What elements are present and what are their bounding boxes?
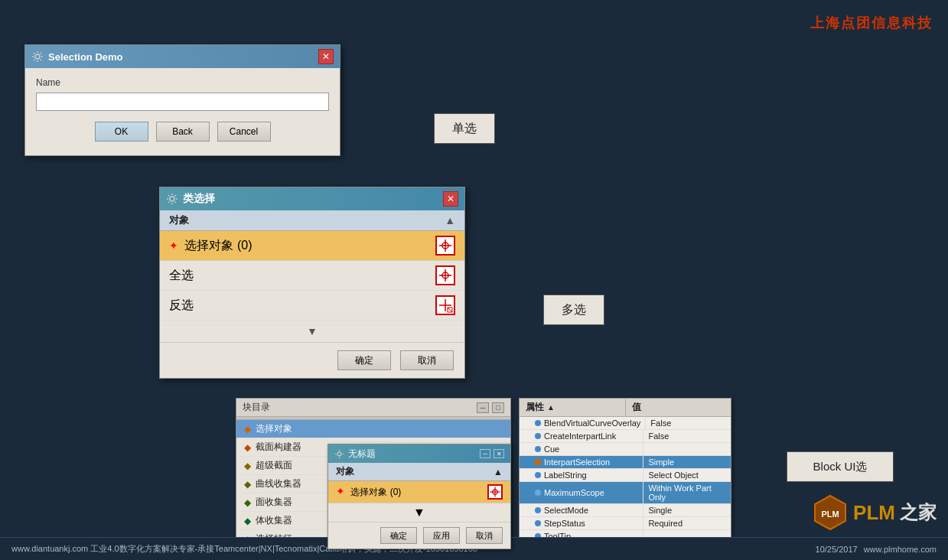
prop-row-4[interactable]: LabelString Select Object [520,469,731,482]
dialog-leixuanze: 类选择 ✕ 对象 ▲ ✦ 选择对象 (0) 全选 [159,187,465,379]
wubiaoti-title-area: 无标题 [334,448,376,461]
chevron-up-icon: ▲ [445,214,455,226]
gear-icon [31,50,44,63]
dialog-titlebar: Selection Demo ✕ [25,45,340,68]
wubiaoti-min-btn[interactable]: ─ [480,449,490,458]
prop-val-2 [643,443,731,455]
prop-dot-1 [535,433,541,439]
wubiaoti-close-btn[interactable]: ✕ [494,449,504,458]
gear-icon-leixuanze [166,193,178,205]
leixuanze-cancel-button[interactable]: 取消 [400,350,454,370]
prop-key-3: InterpartSelection [520,456,643,468]
wt-required-star: ✦ [336,485,345,497]
wt-row-label: ✦ 选择对象 (0) [336,485,401,499]
crosshair-invert-icon [438,298,453,313]
wt-section-header: 对象 ▲ [328,463,510,481]
prop-val-6: Single [643,504,731,516]
watermark-text: 上海点团信息科技 [810,14,933,32]
ok-button[interactable]: OK [95,122,148,142]
kuaimu-item-1-label: 截面构建器 [256,441,301,454]
wt-ok-btn[interactable]: 确定 [380,527,417,544]
bottom-bar-url: www.plmhome.com [864,545,937,554]
prop-col-property[interactable]: 属性 ▲ [520,399,626,416]
prop-row-3[interactable]: InterpartSelection Simple [520,456,731,469]
prop-dot-0 [535,420,541,426]
prop-row-0[interactable]: BlendVirtualCurveOverlay False [520,417,731,430]
leixuanze-title-area: 类选择 [166,192,215,206]
prop-row-1[interactable]: CreateInterpartLink False [520,430,731,443]
panel-properties: 属性 ▲ 值 BlendVirtualCurveOverlay False Cr… [519,398,731,544]
plm-text: PLM [853,501,895,525]
wt-scroll-down-icon: ▼ [413,506,425,519]
kuaimu-maximize-btn[interactable]: □ [492,402,504,413]
cancel-button[interactable]: Cancel [217,122,271,142]
invert-icon[interactable] [435,295,455,315]
kuaimu-item-3-icon: ◆ [244,479,251,490]
gear-icon-wubiaoti [334,449,344,459]
plm-logo-icon: PLM [812,494,849,531]
row-select-object[interactable]: ✦ 选择对象 (0) [160,231,464,261]
row-select-all[interactable]: 全选 [160,261,464,291]
kuaimu-item-2-label: 超级截面 [256,459,292,472]
wubiaoti-titlebar: 无标题 ─ ✕ [328,444,510,463]
prop-dot-4 [535,472,541,478]
label-duoxuan: 多选 [543,295,604,325]
kuaimu-titlebar: 块目录 ─ □ [236,399,510,417]
select-object-icon[interactable] [435,236,455,256]
kuaimu-item-5-label: 体收集器 [256,514,292,527]
wt-section-label: 对象 [336,465,354,478]
kuaimu-minimize-btn[interactable]: ─ [477,402,489,413]
kuaimu-item-3-label: 曲线收集器 [256,477,301,490]
label-danxuan: 单选 [434,113,495,144]
dialog-title-text: Selection Demo [48,51,123,63]
prop-val-7: Required [643,517,731,529]
prop-row-2[interactable]: Cue [520,443,731,456]
wt-apply-btn[interactable]: 应用 [423,527,460,544]
kuaimu-item-2-icon: ◆ [244,461,251,471]
back-button[interactable]: Back [156,122,210,142]
dialog-selection-demo: Selection Demo ✕ Name OK Back Cancel [24,44,340,156]
leixuanze-ok-button[interactable]: 确定 [337,350,391,370]
kuaimu-item-0[interactable]: ◆ 选择对象 [236,420,510,438]
prop-row-5[interactable]: MaximumScope Within Work Part Only [520,482,731,504]
prop-dot-2 [535,446,541,452]
prop-dot-7 [535,520,541,526]
kuaimu-titlebar-btns: ─ □ [477,402,504,413]
wt-select-icon[interactable] [487,484,503,500]
name-label: Name [36,77,329,88]
bottom-bar-date: 10/25/2017 [816,545,858,554]
prop-dot-5 [535,490,541,496]
prop-val-5: Within Work Part Only [643,482,731,503]
plm-logo-area: PLM PLM 之家 [812,494,937,531]
row-select-object-label: ✦ 选择对象 (0) [169,238,252,254]
dropdown-area[interactable]: ▼ [160,321,464,343]
prop-dot-6 [535,507,541,513]
select-all-icon[interactable] [435,265,455,285]
wt-footer: 确定 应用 取消 [328,523,510,549]
leixuanze-titlebar: 类选择 ✕ [160,187,464,210]
prop-col-value: 值 [626,399,731,416]
dropdown-arrow-icon: ▼ [307,325,318,337]
dialog-buttons-row: OK Back Cancel [36,122,329,146]
prop-row-7[interactable]: StepStatus Required [520,517,731,530]
row-invert[interactable]: 反选 [160,291,464,321]
leixuanze-close-button[interactable]: ✕ [443,191,458,207]
prop-row-6[interactable]: SelectMode Single [520,504,731,517]
name-input[interactable] [36,93,329,111]
row-select-all-label: 全选 [169,268,194,284]
prop-val-3: Simple [643,456,731,468]
dialog-close-button[interactable]: ✕ [318,49,334,64]
section-object-header[interactable]: 对象 ▲ [160,210,464,231]
wt-cancel-btn[interactable]: 取消 [466,527,503,544]
svg-text:PLM: PLM [821,510,839,519]
wt-row-select-object[interactable]: ✦ 选择对象 (0) [328,481,510,503]
svg-point-12 [337,452,341,456]
leixuanze-title-text: 类选择 [183,192,215,206]
dialog-wubiaoti: 无标题 ─ ✕ 对象 ▲ ✦ 选择对象 (0) ▼ 确定 应用 取消 [327,444,511,549]
dialog-body: Name OK Back Cancel [25,68,340,155]
kuaimu-item-4-label: 面收集器 [256,496,292,509]
section-object-label: 对象 [169,213,189,227]
kuaimu-item-0-icon: ◆ [244,424,251,435]
svg-point-1 [170,197,174,201]
sort-up-icon: ▲ [547,403,555,412]
